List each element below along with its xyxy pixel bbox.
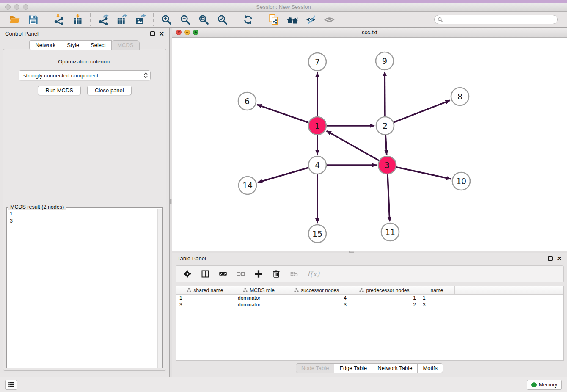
table-panel-title: Table Panel: [177, 255, 206, 262]
network-graph[interactable]: 7968124314101511: [172, 38, 567, 251]
graph-edge-2-9[interactable]: [385, 72, 385, 116]
export-network-button[interactable]: [97, 13, 110, 26]
search-field[interactable]: [434, 15, 558, 24]
optimization-criterion-dropdown[interactable]: strongly connected component: [19, 70, 151, 80]
tab-edge-table[interactable]: Edge Table: [334, 363, 372, 373]
close-panel-icon[interactable]: ✕: [556, 256, 562, 261]
save-session-button[interactable]: [27, 13, 39, 26]
table-cell[interactable]: 3: [419, 302, 455, 308]
close-panel-icon[interactable]: ✕: [159, 31, 164, 36]
tab-mcds[interactable]: MCDS: [111, 40, 139, 50]
delete-row-button[interactable]: [272, 269, 281, 279]
tab-node-table[interactable]: Node Table: [296, 363, 335, 373]
graph-node-2[interactable]: 2: [376, 117, 394, 135]
network-view-window: × − + scc.txt 7968124314101511: [172, 28, 567, 253]
control-panel-title: Control Panel: [5, 30, 39, 37]
table-body: 1dominator4113dominator323: [176, 295, 563, 308]
graph-node-8[interactable]: 8: [451, 88, 469, 105]
graph-node-15[interactable]: 15: [308, 225, 326, 243]
tab-network-table[interactable]: Network Table: [372, 363, 418, 373]
dropdown-value: strongly connected component: [23, 72, 98, 79]
table-cell[interactable]: 1: [419, 295, 455, 301]
open-session-button[interactable]: [8, 13, 21, 26]
graph-edge-1-6[interactable]: [257, 105, 309, 123]
first-neighbors-button[interactable]: [286, 13, 299, 26]
graph-node-1[interactable]: 1: [308, 117, 326, 135]
task-history-button[interactable]: [5, 380, 17, 390]
hide-eye-icon: [306, 14, 317, 25]
graph-node-11[interactable]: 11: [381, 223, 399, 241]
select-all-button[interactable]: [218, 269, 228, 279]
column-header-predecessor-nodes[interactable]: predecessor nodes: [350, 286, 419, 294]
window-title: Session: New Session: [0, 4, 567, 10]
export-image-button[interactable]: [134, 13, 147, 26]
table-panel: Table Panel ✕ f(x) shared nameMCDS roles…: [172, 253, 567, 377]
table-cell[interactable]: dominator: [234, 302, 284, 308]
deselect-all-button[interactable]: [236, 269, 245, 279]
zoom-selected-button[interactable]: [216, 13, 228, 26]
import-table-button[interactable]: [71, 13, 84, 26]
column-header-label: MCDS role: [250, 287, 275, 293]
mcds-result-list[interactable]: 13: [7, 209, 157, 368]
graph-node-3[interactable]: 3: [378, 156, 396, 174]
graph-edge-4-14[interactable]: [258, 168, 308, 182]
column-visibility-button[interactable]: [201, 269, 210, 279]
float-panel-icon[interactable]: [150, 31, 155, 36]
panel-splitter-vertical[interactable]: [169, 28, 172, 377]
table-cell[interactable]: 4: [284, 295, 350, 301]
apply-layout-button[interactable]: [242, 13, 254, 26]
float-panel-icon[interactable]: [548, 256, 553, 261]
table-row[interactable]: 1dominator411: [176, 295, 563, 301]
result-scrollbar[interactable]: [157, 209, 162, 368]
control-panel-tabs: NetworkStyleSelectMCDS: [0, 40, 169, 50]
column-header-label: shared name: [193, 287, 223, 293]
duplicate-network-button[interactable]: [267, 13, 280, 26]
export-image-icon: [135, 14, 146, 25]
show-all-button[interactable]: [323, 13, 336, 26]
table-cell[interactable]: 2: [350, 302, 419, 308]
graph-edge-3-1[interactable]: [327, 131, 379, 160]
graph-edge-2-3[interactable]: [385, 135, 387, 155]
close-panel-button[interactable]: Close panel: [87, 86, 132, 95]
export-table-button[interactable]: [116, 13, 128, 26]
add-row-button[interactable]: [254, 269, 263, 279]
table-row[interactable]: 3dominator323: [176, 301, 563, 308]
zoom-out-button[interactable]: [179, 13, 191, 26]
column-header-name[interactable]: name: [419, 286, 455, 294]
function-builder-button[interactable]: f(x): [307, 270, 319, 278]
tab-motifs[interactable]: Motifs: [417, 363, 443, 373]
column-header-shared-name[interactable]: shared name: [176, 286, 234, 294]
graph-edge-2-8[interactable]: [394, 100, 450, 122]
run-mcds-button[interactable]: Run MCDS: [38, 86, 81, 95]
table-cell[interactable]: dominator: [234, 295, 284, 301]
graph-edge-3-10[interactable]: [396, 167, 451, 179]
graph-node-7[interactable]: 7: [308, 53, 326, 71]
graph-edge-3-11[interactable]: [388, 174, 390, 221]
graph-node-4[interactable]: 4: [308, 156, 326, 174]
graph-node-9[interactable]: 9: [376, 52, 394, 70]
table-cell[interactable]: 3: [176, 302, 234, 308]
column-header-successor-nodes[interactable]: successor nodes: [284, 286, 350, 294]
graph-node-10[interactable]: 10: [452, 172, 470, 190]
search-input[interactable]: [443, 16, 557, 23]
memory-button[interactable]: Memory: [527, 380, 562, 390]
table-cell[interactable]: 1: [350, 295, 419, 301]
import-network-button[interactable]: [52, 13, 65, 26]
zoom-fit-button[interactable]: [197, 13, 210, 26]
zoom-in-button[interactable]: [160, 13, 173, 26]
table-cell[interactable]: 1: [176, 295, 234, 301]
status-bar: Memory: [0, 377, 567, 392]
tab-select[interactable]: Select: [85, 40, 112, 50]
hide-selected-button[interactable]: [305, 13, 317, 26]
graph-node-14[interactable]: 14: [239, 177, 256, 194]
tab-network[interactable]: Network: [29, 40, 61, 50]
tab-style[interactable]: Style: [61, 40, 85, 50]
table-settings-button[interactable]: [183, 269, 192, 279]
delete-table-button[interactable]: [289, 269, 299, 279]
optimization-criterion-label: Optimization criterion:: [3, 58, 166, 65]
table-panel-header: Table Panel ✕: [172, 253, 567, 264]
toolbar-separator: [235, 13, 235, 26]
graph-node-6[interactable]: 6: [238, 92, 256, 110]
table-cell[interactable]: 3: [284, 302, 350, 308]
column-header-mcds-role[interactable]: MCDS role: [234, 286, 284, 294]
